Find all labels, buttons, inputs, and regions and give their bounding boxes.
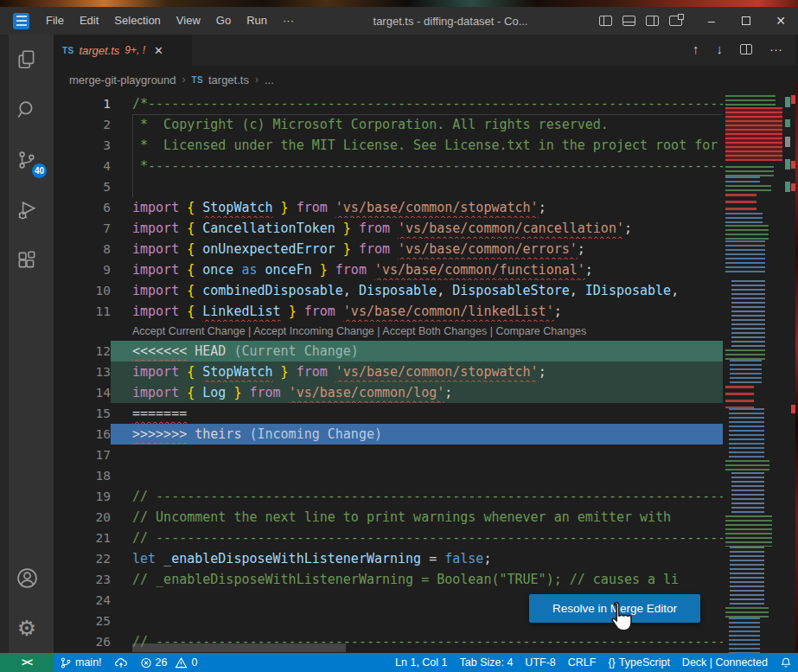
encoding-status[interactable]: UTF-8 [519, 653, 561, 672]
vscode-logo-icon[interactable] [13, 13, 29, 29]
account-icon [16, 566, 39, 590]
next-change-button[interactable]: ↓ [717, 42, 724, 56]
tab-target-ts[interactable]: TS target.ts 9+, ! ✕ [54, 35, 192, 66]
menu-run[interactable]: Run [239, 10, 275, 32]
minimap-block-green [725, 349, 765, 360]
menu-file[interactable]: File [38, 10, 72, 32]
branch-status[interactable]: main! [54, 653, 108, 672]
line-number: 25 [54, 611, 111, 631]
account-button[interactable] [0, 553, 54, 603]
tab-bar: TS target.ts 9+, ! ✕ [54, 35, 795, 66]
close-button[interactable]: ✕ [763, 7, 798, 35]
ruler-mark [785, 119, 790, 127]
menu-edit[interactable]: Edit [72, 10, 106, 32]
chevron-right-icon: › [255, 74, 259, 86]
eol-status[interactable]: CRLF [562, 653, 603, 672]
line-number: 5 [54, 176, 111, 197]
code-line-19[interactable]: 19// -----------------------------------… [54, 486, 723, 507]
minimap[interactable] [723, 93, 785, 653]
more-actions-icon[interactable]: ··· [769, 42, 782, 56]
line-number: 6 [54, 197, 111, 218]
git-branch-icon [60, 656, 72, 669]
tab-close-icon[interactable]: ✕ [154, 44, 163, 57]
cursor-position-status[interactable]: Ln 1, Col 1 [389, 653, 453, 672]
minimap-block-green [725, 225, 769, 240]
ruler-mark [791, 161, 795, 169]
breadcrumb-item-2[interactable]: ... [265, 74, 274, 86]
status-bar-right: Ln 1, Col 1 Tab Size: 4 UTF-8 CRLF {} Ty… [389, 653, 798, 672]
code-line-9[interactable]: 9import { once as onceFn } from 'vs/base… [54, 259, 723, 280]
typescript-file-icon: TS [62, 46, 73, 55]
maximize-button[interactable] [729, 7, 763, 35]
menu-selection[interactable]: Selection [106, 10, 168, 32]
previous-change-button[interactable]: ↑ [693, 42, 699, 56]
minimap-block-green [725, 185, 771, 194]
overview-ruler[interactable] [785, 93, 795, 653]
code-line-13[interactable]: 13import { StopWatch } from 'vs/base/com… [54, 362, 723, 382]
code-line-2[interactable]: 2 * Copyright (c) Microsoft Corporation.… [54, 114, 723, 135]
code-line-21[interactable]: 21// -----------------------------------… [54, 528, 723, 548]
code-line-6[interactable]: 6import { StopWatch } from 'vs/base/comm… [54, 197, 723, 218]
resolve-in-merge-editor-button[interactable]: Resolve in Merge Editor [529, 594, 700, 623]
toggle-sidebar-icon[interactable] [599, 16, 612, 26]
code-line-15[interactable]: 15======= [54, 403, 723, 424]
code-line-17[interactable]: 17 [54, 445, 723, 465]
menu-[interactable]: ··· [275, 10, 302, 32]
sidebar-item-source-control[interactable]: 40 [0, 135, 54, 185]
notifications-button[interactable] [774, 653, 798, 672]
toggle-secondary-sidebar-icon[interactable] [646, 16, 659, 26]
code-editor[interactable]: 1/*-------------------------------------… [54, 93, 723, 653]
sidebar-item-search[interactable] [0, 85, 54, 135]
menu-view[interactable]: View [169, 10, 208, 32]
horizontal-scrollbar[interactable] [132, 643, 346, 652]
typescript-file-icon: TS [192, 75, 203, 85]
code-line-5[interactable]: 5 [54, 176, 723, 197]
ruler-mark [785, 97, 790, 107]
minimap-block-codeind [731, 280, 766, 349]
code-line-16[interactable]: 16>>>>>>> theirs (Incoming Change) [54, 424, 723, 445]
problems-status[interactable]: 26 0 [134, 653, 204, 672]
code-line-3[interactable]: 3 * Licensed under the MIT License. See … [54, 135, 723, 156]
code-line-14[interactable]: 14import { Log } from 'vs/base/common/lo… [54, 382, 723, 403]
extension-status[interactable]: Deck | Connected [676, 653, 774, 672]
sidebar-item-explorer[interactable] [0, 35, 54, 85]
menu-go[interactable]: Go [208, 10, 239, 32]
minimap-block-code [730, 360, 761, 386]
sidebar-item-run-debug[interactable] [0, 185, 54, 235]
status-bar: >< main! 26 0 Ln 1, Col 1 [0, 653, 798, 672]
code-line-11[interactable]: 11import { LinkedList } from 'vs/base/co… [54, 301, 723, 322]
line-content: import { onUnexpectedError } from 'vs/ba… [111, 239, 723, 259]
line-number: 24 [54, 590, 111, 611]
branch-label: main! [75, 656, 102, 669]
line-number: 19 [54, 486, 111, 507]
code-line-10[interactable]: 10import { combinedDisposable, Disposabl… [54, 280, 723, 301]
remote-indicator[interactable]: >< [0, 653, 54, 672]
split-editor-icon[interactable] [740, 44, 752, 54]
code-line-20[interactable]: 20// Uncomment the next line to print wa… [54, 507, 723, 528]
breadcrumb-item-0[interactable]: merge-git-playground [69, 74, 176, 86]
line-content: import { LinkedList } from 'vs/base/comm… [111, 301, 723, 322]
language-mode-status[interactable]: {} TypeScript [602, 653, 675, 672]
publish-status[interactable] [108, 653, 134, 672]
merge-codelens-actions[interactable]: Accept Current Change | Accept Incoming … [54, 322, 723, 341]
minimap-block-codeind [731, 472, 764, 515]
minimap-block-green [725, 95, 776, 107]
code-line-7[interactable]: 7import { CancellationToken } from 'vs/b… [54, 218, 723, 239]
line-content: // -------------------------------------… [111, 528, 723, 548]
code-line-4[interactable]: 4 *-------------------------------------… [54, 156, 723, 176]
minimize-button[interactable]: – [694, 7, 729, 35]
gear-icon: ⚙ [17, 616, 36, 641]
code-line-1[interactable]: 1/*-------------------------------------… [54, 93, 723, 114]
indentation-status[interactable]: Tab Size: 4 [454, 653, 520, 672]
code-line-12[interactable]: 12<<<<<<< HEAD (Current Change) [54, 341, 723, 362]
breadcrumb-item-1[interactable]: target.ts [208, 74, 249, 86]
code-line-18[interactable]: 18 [54, 465, 723, 486]
sidebar-item-extensions[interactable] [0, 235, 54, 285]
code-line-22[interactable]: 22let _enableDisposeWithListenerWarning … [54, 548, 723, 569]
code-line-23[interactable]: 23// _enableDisposeWithListenerWarning =… [54, 569, 723, 590]
files-icon [16, 48, 38, 71]
settings-button[interactable]: ⚙ [0, 603, 54, 653]
code-line-8[interactable]: 8import { onUnexpectedError } from 'vs/b… [54, 239, 723, 259]
toggle-panel-icon[interactable] [622, 16, 635, 26]
customize-layout-icon[interactable] [669, 16, 682, 26]
